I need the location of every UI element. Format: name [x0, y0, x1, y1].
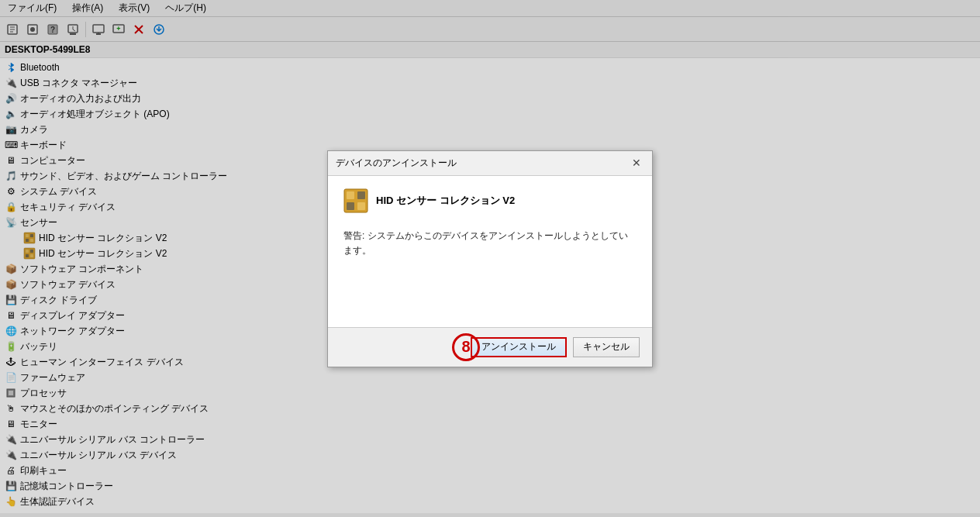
dialog-warning-text: 警告: システムからこのデバイスをアンインストールしようとしています。	[343, 229, 637, 258]
uninstall-dialog: デバイスのアンインストール ✕ HID センサー コレクション V2 警告: シ…	[327, 150, 653, 367]
dialog-titlebar: デバイスのアンインストール ✕	[328, 151, 652, 176]
dialog-overlay: デバイスのアンインストール ✕ HID センサー コレクション V2 警告: シ…	[0, 0, 980, 517]
svg-rect-29	[357, 191, 365, 199]
dialog-device-icon	[343, 188, 368, 213]
dialog-body: HID センサー コレクション V2 警告: システムからこのデバイスをアンイン…	[328, 176, 652, 328]
dialog-device-name: HID センサー コレクション V2	[376, 194, 515, 208]
dialog-device-row: HID センサー コレクション V2	[343, 188, 637, 213]
svg-rect-31	[357, 202, 365, 210]
uninstall-btn-wrapper: 8 アンインストール	[471, 337, 567, 357]
svg-rect-30	[347, 202, 354, 210]
cancel-button[interactable]: キャンセル	[573, 337, 640, 357]
dialog-title: デバイスのアンインストール	[336, 157, 457, 170]
step-badge-8: 8	[452, 333, 480, 361]
uninstall-button[interactable]: アンインストール	[471, 337, 567, 357]
dialog-footer: 8 アンインストール キャンセル	[328, 328, 652, 367]
svg-rect-28	[347, 191, 354, 199]
dialog-close-button[interactable]: ✕	[629, 155, 644, 171]
